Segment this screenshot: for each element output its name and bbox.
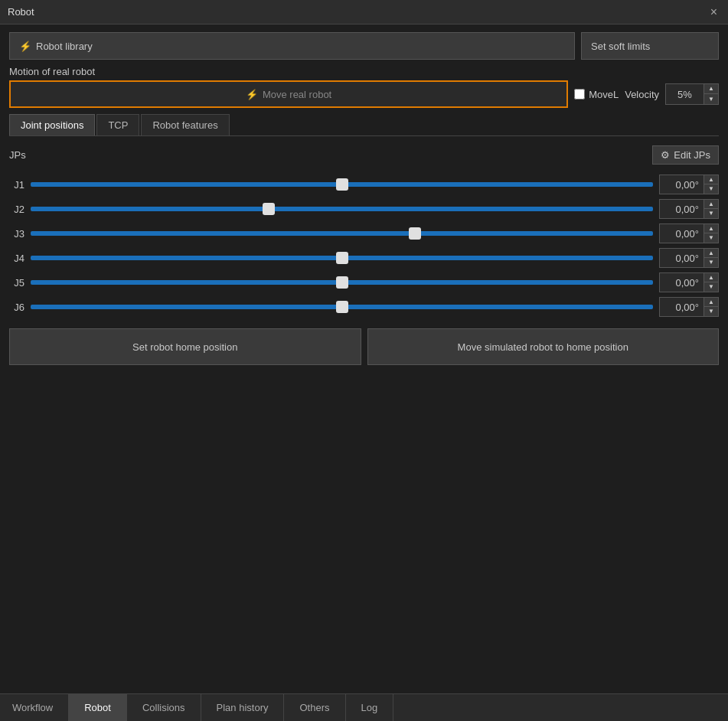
joint-label-j4: J4: [9, 253, 24, 264]
bottom-tab-workflow[interactable]: Workflow: [0, 694, 69, 721]
set-robot-home-button[interactable]: Set robot home position: [9, 328, 361, 365]
motion-section: Motion of real robot ⚡ Move real robot M…: [9, 66, 719, 108]
j6-slider[interactable]: [31, 305, 653, 309]
tab-joint-positions[interactable]: Joint positions: [9, 114, 95, 135]
j4-spinners: ▲ ▼: [704, 248, 719, 268]
j2-slider-container: [31, 201, 653, 217]
j4-value-group: 0,00° ▲ ▼: [659, 248, 719, 268]
bottom-tab-log[interactable]: Log: [346, 694, 394, 721]
j2-slider[interactable]: [31, 207, 653, 211]
j2-increase-button[interactable]: ▲: [704, 200, 718, 209]
home-buttons-row: Set robot home position Move simulated r…: [9, 328, 719, 365]
move-real-robot-button[interactable]: ⚡ Move real robot: [9, 80, 568, 108]
window-title: Robot: [8, 6, 34, 18]
j3-slider[interactable]: [31, 231, 653, 236]
j4-slider-container: [31, 250, 653, 266]
gear-icon: ⚙: [661, 149, 670, 161]
j1-value: 0,00°: [659, 175, 704, 194]
j3-value-group: 0,00° ▲ ▼: [659, 223, 719, 243]
j6-increase-button[interactable]: ▲: [704, 298, 718, 307]
top-buttons-row: ⚡ Robot library Set soft limits: [9, 32, 719, 60]
tab-tcp[interactable]: TCP: [96, 114, 139, 135]
bottom-tab-others[interactable]: Others: [284, 694, 345, 721]
j5-spinners: ▲ ▼: [704, 272, 719, 292]
joint-label-j2: J2: [9, 204, 24, 215]
velocity-input-group: 5% ▲ ▼: [665, 83, 719, 105]
j3-spinners: ▲ ▼: [704, 223, 719, 243]
table-row: J2 0,00° ▲ ▼: [9, 198, 719, 220]
edit-jps-button[interactable]: ⚙ Edit JPs: [652, 145, 719, 165]
set-soft-limits-button[interactable]: Set soft limits: [581, 32, 719, 60]
velocity-decrease-button[interactable]: ▼: [704, 94, 718, 104]
j3-decrease-button[interactable]: ▼: [704, 233, 718, 243]
j5-decrease-button[interactable]: ▼: [704, 282, 718, 292]
tabs-row: Joint positions TCP Robot features: [9, 114, 719, 136]
j5-value: 0,00°: [659, 272, 704, 292]
j3-value: 0,00°: [659, 223, 704, 243]
sliders-container: J1 0,00° ▲ ▼ J2 0,00° ▲ ▼: [9, 174, 719, 318]
j6-decrease-button[interactable]: ▼: [704, 307, 718, 316]
table-row: J4 0,00° ▲ ▼: [9, 247, 719, 269]
j1-value-group: 0,00° ▲ ▼: [659, 175, 719, 194]
j5-increase-button[interactable]: ▲: [704, 273, 718, 282]
joint-label-j1: J1: [9, 179, 24, 191]
spacer: [9, 371, 719, 686]
j5-slider-container: [31, 275, 653, 290]
robot-library-button[interactable]: ⚡ Robot library: [9, 32, 575, 60]
jps-header: JPs ⚙ Edit JPs: [9, 145, 719, 165]
j1-slider-container: [31, 177, 653, 192]
close-button[interactable]: ×: [707, 5, 720, 20]
jps-label: JPs: [9, 149, 26, 161]
velocity-value: 5%: [665, 83, 704, 105]
j1-decrease-button[interactable]: ▼: [704, 184, 718, 194]
j6-spinners: ▲ ▼: [704, 297, 719, 317]
title-bar: Robot ×: [0, 0, 728, 24]
bottom-tab-collisions[interactable]: Collisions: [127, 694, 201, 721]
joint-label-j5: J5: [9, 277, 24, 289]
j4-value: 0,00°: [659, 248, 704, 268]
move-real-robot-row: ⚡ Move real robot MoveL Velocity 5% ▲ ▼: [9, 80, 719, 108]
movel-checkbox[interactable]: [574, 89, 585, 100]
j4-decrease-button[interactable]: ▼: [704, 258, 718, 267]
move-simulated-home-button[interactable]: Move simulated robot to home position: [367, 328, 720, 365]
j5-slider[interactable]: [31, 280, 653, 285]
bottom-tab-bar: Workflow Robot Collisions Plan history O…: [0, 693, 728, 721]
j6-slider-container: [31, 299, 653, 315]
movel-checkbox-group: MoveL: [574, 89, 619, 100]
j5-value-group: 0,00° ▲ ▼: [659, 272, 719, 292]
joint-label-j6: J6: [9, 302, 24, 313]
j6-value: 0,00°: [659, 297, 704, 317]
table-row: J5 0,00° ▲ ▼: [9, 272, 719, 293]
robot-library-icon: ⚡: [19, 41, 31, 52]
main-content: ⚡ Robot library Set soft limits Motion o…: [0, 24, 728, 693]
j2-value: 0,00°: [659, 199, 704, 219]
j4-slider[interactable]: [31, 256, 653, 260]
velocity-label: Velocity: [625, 89, 659, 100]
table-row: J1 0,00° ▲ ▼: [9, 174, 719, 195]
j3-increase-button[interactable]: ▲: [704, 224, 718, 233]
tab-robot-features[interactable]: Robot features: [141, 114, 229, 135]
joint-label-j3: J3: [9, 228, 24, 240]
j2-spinners: ▲ ▼: [704, 199, 719, 219]
table-row: J3 0,00° ▲ ▼: [9, 223, 719, 244]
j1-slider[interactable]: [31, 182, 653, 187]
bottom-tab-plan-history[interactable]: Plan history: [201, 694, 285, 721]
j4-increase-button[interactable]: ▲: [704, 249, 718, 258]
j6-value-group: 0,00° ▲ ▼: [659, 297, 719, 317]
velocity-spinners: ▲ ▼: [704, 83, 719, 105]
j2-value-group: 0,00° ▲ ▼: [659, 199, 719, 219]
motion-section-label: Motion of real robot: [9, 66, 719, 77]
j1-increase-button[interactable]: ▲: [704, 175, 718, 184]
j3-slider-container: [31, 226, 653, 241]
move-icon: ⚡: [246, 89, 258, 100]
velocity-increase-button[interactable]: ▲: [704, 84, 718, 94]
j1-spinners: ▲ ▼: [704, 175, 719, 194]
j2-decrease-button[interactable]: ▼: [704, 209, 718, 218]
bottom-tab-robot[interactable]: Robot: [69, 694, 127, 721]
table-row: J6 0,00° ▲ ▼: [9, 296, 719, 318]
